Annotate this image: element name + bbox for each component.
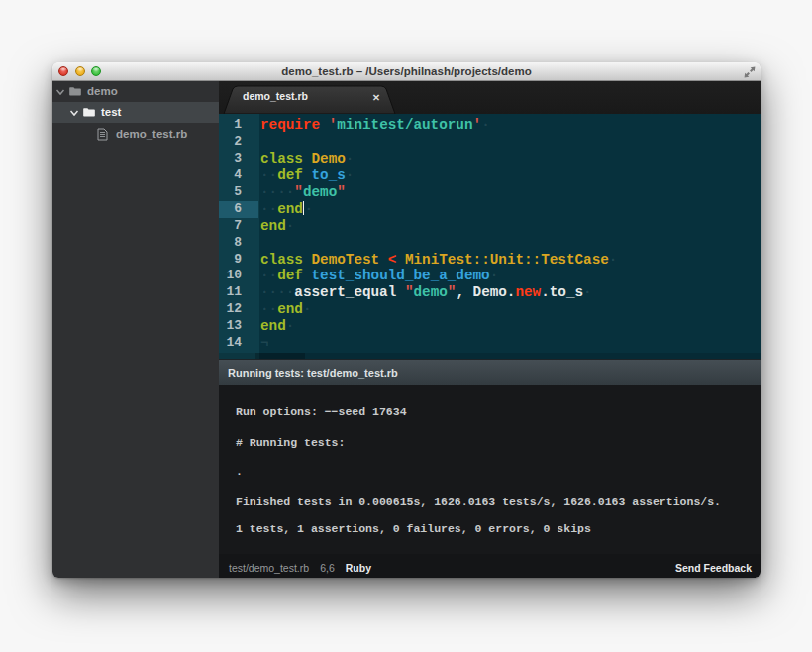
svg-text:demo_test.rb: demo_test.rb <box>243 90 308 102</box>
svg-text:✕: ✕ <box>372 92 380 103</box>
